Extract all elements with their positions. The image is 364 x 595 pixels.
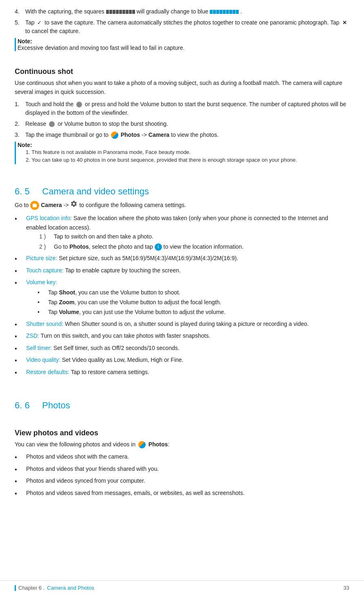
section-65-title: 6. 5 Camera and video settings <box>15 186 349 197</box>
bullet-shutter: Shutter sound: When Shutter sound is on,… <box>15 319 349 330</box>
note-cs-item-1: This feature is not available in Panoram… <box>26 148 297 156</box>
photos-icon-66 <box>138 441 146 448</box>
step-4-num: 4. <box>15 7 22 16</box>
bullet-gps: GPS location info: Save the location whe… <box>15 214 349 252</box>
cs-step-2: 2. Release or Volume button to stop the … <box>15 120 349 128</box>
footer-left: Chapter 6 . Camera and Photos <box>15 585 94 591</box>
note-cs-list: This feature is not available in Panoram… <box>26 148 297 164</box>
dark-squares <box>106 10 135 14</box>
note-cs-item-2: You can take up to 40 photos in one burs… <box>26 156 297 164</box>
photo-bullet-4: Photos and videos saved from messages, e… <box>15 488 349 499</box>
volume-key-subs: Tap Shoot, you can use the Volume button… <box>38 288 226 317</box>
step-5: 5. Tap ✓ to save the capture. The camera… <box>15 18 349 36</box>
view-photos-title: View photos and videos <box>15 429 349 437</box>
volume-shoot-text: Tap Shoot, you can use the Volume button… <box>48 288 180 297</box>
footer-divider <box>15 585 16 591</box>
bullet-restore: Restore defaults: Tap to restore camera … <box>15 368 349 378</box>
continuous-shot-title: Continuous shot <box>15 67 349 76</box>
section-66-bullets: Photos and videos shot with the camera. … <box>15 452 349 499</box>
camera-icon <box>30 201 39 210</box>
bullet-volume-key-content: Volume key: Tap Shoot, you can use the V… <box>26 278 226 318</box>
gps-sub-step-1-num: 1 ) <box>39 232 51 241</box>
gps-sub-step-1-text: Tap to switch on and then take a photo. <box>54 232 153 241</box>
camera-label: Camera <box>41 201 62 209</box>
note-bar <box>15 38 16 51</box>
photo-bullet-3: Photos and videos synced from your compu… <box>15 476 349 487</box>
gps-sub-step-1: 1 ) Tap to switch on and then take a pho… <box>39 232 349 241</box>
step-4-text: With the capturing, the squares will gra… <box>25 7 349 16</box>
note-cs: Note: This feature is not available in P… <box>15 142 349 164</box>
footer-topic: Camera and Photos <box>47 585 94 591</box>
volume-zoom: Tap Zoom, you can use the Volume button … <box>38 298 226 307</box>
cs-step-3-num: 3. <box>15 131 22 139</box>
goto-text-after: to configure the following camera settin… <box>79 201 186 209</box>
note-panorama-label: Note: <box>18 38 32 45</box>
cs-step-2-text: Release or Volume button to stop the bur… <box>25 120 349 128</box>
bullet-touch-capture: Touch capture: Tap to enable capture by … <box>15 266 349 276</box>
continuous-shot-intro: Use continuous shot when you want to tak… <box>15 78 349 97</box>
info-icon: i <box>155 243 162 251</box>
pb-4-text: Photos and videos saved from messages, e… <box>26 488 244 499</box>
bullet-restore-content: Restore defaults: Tap to restore camera … <box>26 368 149 378</box>
bullet-picture-size: Picture size: Set picture size, such as … <box>15 254 349 264</box>
bullet-picture-size-content: Picture size: Set picture size, such as … <box>26 254 238 264</box>
page-content: 4. With the capturing, the squares will … <box>0 0 364 525</box>
footer-chapter: Chapter 6 . <box>18 585 44 591</box>
note-cs-label: Note: <box>18 142 32 148</box>
gps-sub-step-2-text: Go to Photos, select the photo and tap i… <box>54 242 244 251</box>
photo-bullet-1: Photos and videos shot with the camera. <box>15 452 349 463</box>
step-4: 4. With the capturing, the squares will … <box>15 7 349 16</box>
pb-1-text: Photos and videos shot with the camera. <box>26 452 129 463</box>
section-65-num: 6. 5 <box>15 186 30 196</box>
volume-vol: Tap Volume, you can just use the Volume … <box>38 308 226 316</box>
pb-3-text: Photos and videos synced from your compu… <box>26 476 145 487</box>
section-66-num: 6. 6 <box>15 400 30 410</box>
volume-zoom-text: Tap Zoom, you can use the Volume button … <box>48 298 221 307</box>
step-5-num: 5. <box>15 18 22 36</box>
step-5-text: Tap ✓ to save the capture. The camera au… <box>25 18 349 36</box>
bullet-zsd-content: ZSD: Turn on this switch, and you can ta… <box>26 331 210 342</box>
volume-shoot: Tap Shoot, you can use the Volume button… <box>38 288 226 297</box>
settings-icon <box>70 200 78 211</box>
cs-step-3: 3. Tap the image thumbnail or go to Phot… <box>15 131 349 139</box>
bullet-touch-capture-content: Touch capture: Tap to enable capture by … <box>26 266 181 276</box>
section-65-goto: Go to Camera -> to configure the followi… <box>15 200 349 211</box>
cs-step-1: 1. Touch and hold the or press and hold … <box>15 100 349 117</box>
section-66-label: Photos <box>42 400 70 410</box>
bullet-self-timer-content: Self timer: Set Self timer, such as Off/… <box>26 343 180 354</box>
photo-bullet-2: Photos and videos that your friends shar… <box>15 464 349 475</box>
cs-step-2-num: 2. <box>15 120 22 128</box>
cs-step-3-text: Tap the image thumbnail or go to Photos … <box>25 131 349 139</box>
bullet-gps-content: GPS location info: Save the location whe… <box>26 214 349 252</box>
goto-text: Go to <box>15 201 29 209</box>
cs-step-1-text: Touch and hold the or press and hold the… <box>25 100 349 117</box>
pb-2-text: Photos and videos that your friends shar… <box>26 464 159 475</box>
bullet-volume-key: Volume key: Tap Shoot, you can use the V… <box>15 278 349 318</box>
section-66-title: 6. 6 Photos <box>15 400 349 411</box>
bullet-shutter-content: Shutter sound: When Shutter sound is on,… <box>26 319 309 330</box>
section-65-bullets: GPS location info: Save the location whe… <box>15 214 349 378</box>
volume-vol-text: Tap Volume, you can just use the Volume … <box>48 308 226 316</box>
view-photos-intro: You can view the following photos and vi… <box>15 440 349 449</box>
bullet-video-quality: Video quality: Set Video quality as Low,… <box>15 355 349 366</box>
section-65-label: Camera and video settings <box>42 186 149 196</box>
blue-squares <box>210 10 239 14</box>
cs-step-1-num: 1. <box>15 100 22 117</box>
note-cs-bar <box>15 142 16 164</box>
page-footer: Chapter 6 . Camera and Photos 33 <box>0 580 364 595</box>
bullet-zsd: ZSD: Turn on this switch, and you can ta… <box>15 331 349 342</box>
bullet-self-timer: Self timer: Set Self timer, such as Off/… <box>15 343 349 354</box>
bullet-video-quality-content: Video quality: Set Video quality as Low,… <box>26 355 184 366</box>
gps-sub-step-2-num: 2 ) <box>39 242 51 251</box>
note-panorama-text: Excessive deviation and moving too fast … <box>18 45 184 51</box>
footer-page-number: 33 <box>344 585 349 591</box>
gps-sub-step-2: 2 ) Go to Photos, select the photo and t… <box>39 242 349 251</box>
note-panorama: Note: Excessive deviation and moving too… <box>15 38 349 51</box>
photos-icon-inline <box>111 131 118 139</box>
gps-sub-steps: 1 ) Tap to switch on and then take a pho… <box>39 232 349 251</box>
